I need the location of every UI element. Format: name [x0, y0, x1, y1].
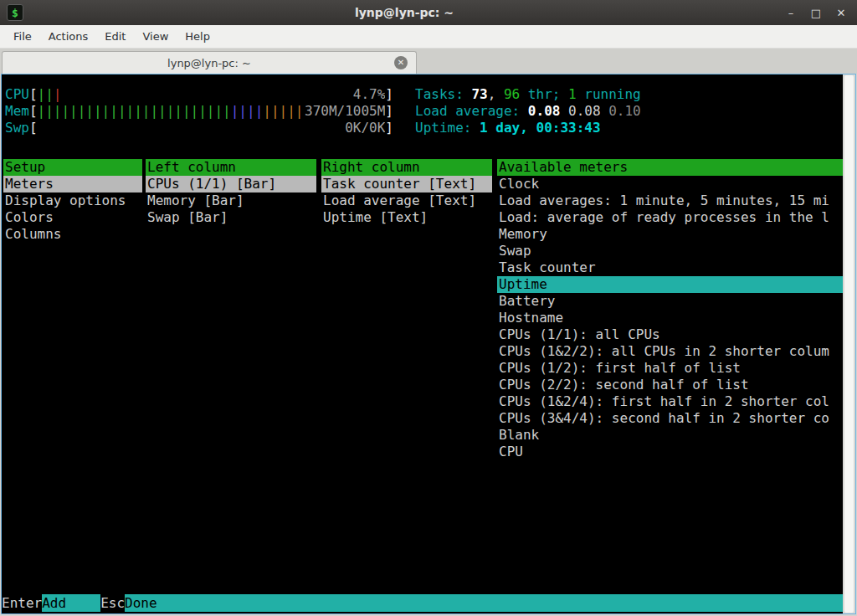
avail-item-task-counter[interactable]: Task counter	[497, 259, 843, 276]
avail-item-hostname[interactable]: Hostname	[497, 310, 843, 326]
menu-help[interactable]: Help	[177, 27, 218, 46]
avail-item-cpus-12-4[interactable]: CPUs (1&2/4): first half in 2 shorter co…	[497, 393, 843, 410]
dollar-glyph: $	[12, 7, 18, 19]
setup-item-meters[interactable]: Meters	[3, 176, 142, 192]
setup-item-columns[interactable]: Columns	[3, 226, 142, 243]
mem-meter-label: Mem	[5, 103, 29, 120]
left-item-memory[interactable]: Memory [Bar]	[146, 192, 316, 209]
fn-add-button[interactable]: Add	[42, 594, 100, 612]
mem-bracket-close: ]	[385, 103, 393, 120]
avail-item-cpus-12-2[interactable]: CPUs (1&2/2): all CPUs in 2 shorter colu…	[497, 343, 843, 360]
swap-meter-label: Swp	[5, 120, 29, 136]
menu-view[interactable]: View	[134, 27, 177, 46]
cpu-bar: |||	[38, 86, 62, 103]
swap-bracket-close: ]	[385, 120, 393, 136]
avail-item-uptime[interactable]: Uptime	[497, 276, 843, 293]
function-key-bar: Enter Add Esc Done	[2, 594, 843, 612]
tab-title: lynp@lyn-pc: ~	[167, 57, 251, 69]
titlebar: $ lynp@lyn-pc: ~ – □ ✕	[0, 0, 857, 25]
avail-item-swap[interactable]: Swap	[497, 243, 843, 259]
meters-block: CPU[|||4.7%] Mem[|||||||||||||||||||||||…	[5, 86, 393, 136]
fn-done-button[interactable]: Done	[125, 594, 843, 612]
setup-panel-header: Setup	[3, 159, 142, 176]
avail-item-cpus-2-2[interactable]: CPUs (2/2): second half of list	[497, 377, 843, 393]
avail-item-cpus-1-1[interactable]: CPUs (1/1): all CPUs	[497, 326, 843, 343]
window-title: lynp@lyn-pc: ~	[23, 6, 785, 19]
close-icon[interactable]: ✕	[835, 7, 847, 19]
right-item-load-average[interactable]: Load average [Text]	[321, 192, 492, 209]
cpu-value: 4.7%	[353, 86, 386, 103]
uptime-row: Uptime: 1 day, 00:33:43	[415, 120, 641, 136]
avail-item-clock[interactable]: Clock	[497, 176, 843, 192]
mem-value: 370M/1005M	[305, 103, 385, 120]
right-column-header: Right column	[321, 159, 492, 176]
swap-value: 0K/0K	[345, 120, 385, 136]
terminal-scrollbar[interactable]	[843, 74, 855, 613]
mem-meter: Mem[|||||||||||||||||||||||||||||||||370…	[5, 103, 393, 120]
menu-actions[interactable]: Actions	[40, 27, 97, 46]
setup-panel: Setup Meters Display options Colors Colu…	[3, 159, 142, 243]
right-item-uptime[interactable]: Uptime [Text]	[321, 209, 492, 226]
terminal-window: $ lynp@lyn-pc: ~ – □ ✕ File Actions Edit…	[0, 0, 857, 616]
left-item-swap[interactable]: Swap [Bar]	[146, 209, 316, 226]
cpu-meter: CPU[|||4.7%]	[5, 86, 393, 103]
window-controls: – □ ✕	[785, 7, 850, 19]
avail-item-battery[interactable]: Battery	[497, 293, 843, 310]
cpu-meter-label: CPU	[5, 86, 29, 103]
tabbar: lynp@lyn-pc: ~ ✕	[0, 49, 857, 74]
mem-bar: |||||||||||||||||||||||||||||||||	[38, 103, 304, 120]
avail-item-load-averages[interactable]: Load averages: 1 minute, 5 minutes, 15 m…	[497, 192, 843, 209]
system-info-block: Tasks: 73, 96 thr; 1 running Load averag…	[415, 86, 641, 136]
swap-bracket-open: [	[29, 120, 38, 136]
scrollbar-thumb[interactable]	[844, 75, 854, 613]
right-column-panel: Right column Task counter [Text] Load av…	[321, 159, 492, 226]
available-meters-header: Available meters	[497, 159, 843, 176]
setup-item-display-options[interactable]: Display options	[3, 192, 142, 209]
right-item-task-counter[interactable]: Task counter [Text]	[321, 176, 492, 192]
maximize-icon[interactable]: □	[810, 7, 822, 19]
menu-edit[interactable]: Edit	[96, 27, 134, 46]
fn-enter-key[interactable]: Enter	[2, 594, 42, 612]
menubar: File Actions Edit View Help	[0, 25, 857, 49]
terminal-tab[interactable]: lynp@lyn-pc: ~ ✕	[2, 51, 417, 74]
left-column-header: Left column	[146, 159, 316, 176]
left-item-cpus[interactable]: CPUs (1/1) [Bar]	[146, 176, 316, 192]
swap-meter: Swp[0K/0K]	[5, 120, 393, 136]
avail-item-cpus-34-4[interactable]: CPUs (3&4/4): second half in 2 shorter c…	[497, 410, 843, 427]
terminal-screen[interactable]: CPU[|||4.7%] Mem[|||||||||||||||||||||||…	[2, 74, 843, 613]
terminal-frame: CPU[|||4.7%] Mem[|||||||||||||||||||||||…	[1, 74, 856, 614]
cpu-bracket-close: ]	[385, 86, 393, 103]
available-meters-panel: Available meters Clock Load averages: 1 …	[497, 159, 843, 460]
setup-item-colors[interactable]: Colors	[3, 209, 142, 226]
menu-file[interactable]: File	[5, 27, 40, 46]
avail-item-load[interactable]: Load: average of ready processes in the …	[497, 209, 843, 226]
fn-esc-key[interactable]: Esc	[100, 594, 125, 612]
tab-close-icon[interactable]: ✕	[394, 56, 408, 69]
cpu-bracket-open: [	[29, 86, 38, 103]
tasks-row: Tasks: 73, 96 thr; 1 running	[415, 86, 641, 103]
avail-item-cpus-1-2[interactable]: CPUs (1/2): first half of list	[497, 360, 843, 377]
avail-item-blank[interactable]: Blank	[497, 427, 843, 444]
avail-item-memory[interactable]: Memory	[497, 226, 843, 243]
minimize-icon[interactable]: –	[785, 7, 797, 19]
avail-item-cpu[interactable]: CPU	[497, 444, 843, 460]
load-average-row: Load average: 0.08 0.08 0.10	[415, 103, 641, 120]
mem-bracket-open: [	[29, 103, 38, 120]
terminal-app-icon: $	[7, 4, 23, 21]
left-column-panel: Left column CPUs (1/1) [Bar] Memory [Bar…	[146, 159, 316, 226]
